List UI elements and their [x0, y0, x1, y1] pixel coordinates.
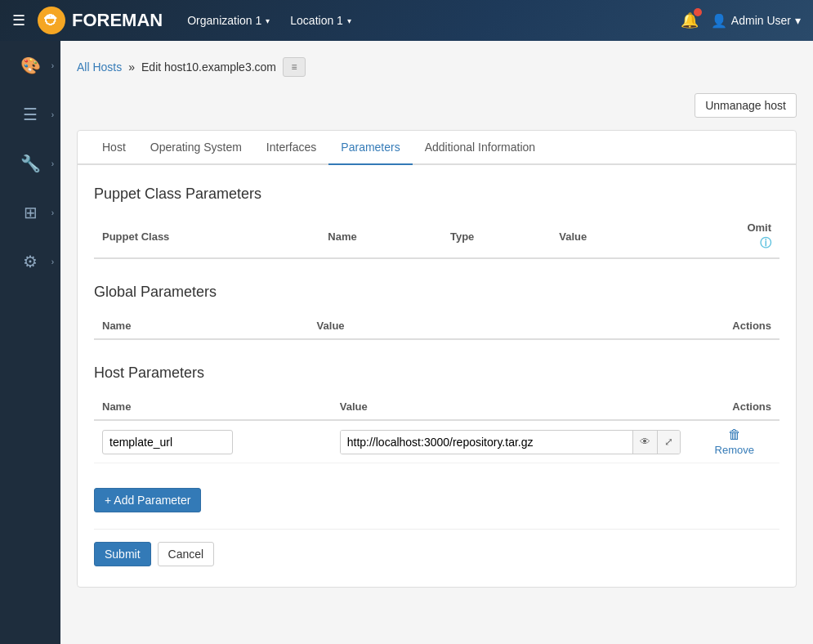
all-hosts-link[interactable]: All Hosts — [77, 60, 122, 74]
cancel-button[interactable]: Cancel — [158, 542, 215, 566]
breadcrumb-menu-icon[interactable]: ≡ — [283, 57, 306, 77]
expand-arrow-icon: › — [51, 257, 54, 266]
location-dropdown[interactable]: Location 1 ▾ — [282, 10, 360, 31]
col-name: Name — [319, 215, 442, 258]
main-content: All Hosts » Edit host10.example3.com ≡ U… — [60, 41, 813, 644]
menu-lines-icon: ≡ — [292, 61, 297, 73]
global-col-name: Name — [94, 313, 309, 339]
sidebar-item-infra[interactable]: ⊞ › — [0, 188, 60, 237]
param-expand-value-button[interactable]: ⤢ — [657, 431, 680, 454]
expand-arrow-icon: › — [51, 159, 54, 168]
host-params-table: Name Value Actions — [94, 394, 779, 463]
sidebar: 🎨 › ☰ › 🔧 › ⊞ › ⚙ › — [0, 41, 60, 644]
puppet-class-params-table: Puppet Class Name Type Value Omit ⓘ — [94, 215, 779, 259]
puppet-class-params-title: Puppet Class Parameters — [94, 186, 779, 203]
user-icon: 👤 — [711, 13, 727, 29]
edit-host-panel: Host Operating System Interfaces Paramet… — [77, 130, 797, 588]
wrench-icon: 🔧 — [20, 154, 41, 173]
host-col-actions: Actions — [689, 394, 779, 420]
form-actions: Submit Cancel — [94, 529, 779, 566]
add-parameter-button[interactable]: + Add Parameter — [94, 488, 201, 512]
host-col-value: Value — [332, 394, 690, 420]
location-label: Location 1 — [290, 14, 343, 27]
top-navbar: ☰ ⛑ FOREMAN Organization 1 ▾ Location 1 … — [0, 0, 813, 41]
global-params-table: Name Value Actions — [94, 313, 779, 340]
sidebar-item-settings[interactable]: ⚙ › — [0, 237, 60, 286]
navbar-nav: Organization 1 ▾ Location 1 ▾ — [179, 10, 360, 31]
tab-interfaces[interactable]: Interfaces — [254, 131, 328, 165]
tab-additional-information[interactable]: Additional Information — [413, 131, 547, 165]
tab-operating-system[interactable]: Operating System — [138, 131, 254, 165]
logo-icon: ⛑ — [38, 7, 65, 34]
table-row: 👁 ⤢ 🗑 Remove — [94, 420, 779, 463]
breadcrumb: All Hosts » Edit host10.example3.com ≡ — [77, 57, 797, 77]
omit-info-icon[interactable]: ⓘ — [760, 236, 771, 251]
sidebar-item-list[interactable]: ☰ › — [0, 90, 60, 139]
global-params-title: Global Parameters — [94, 284, 779, 301]
user-label: Admin User — [731, 14, 791, 27]
col-omit: Omit ⓘ — [670, 215, 779, 258]
breadcrumb-current: Edit host10.example3.com — [141, 60, 276, 74]
list-icon: ☰ — [23, 105, 38, 124]
global-col-actions: Actions — [517, 313, 779, 339]
expand-arrow-icon: › — [51, 61, 54, 70]
settings-icon: ⚙ — [23, 252, 38, 271]
param-value-input[interactable] — [341, 431, 633, 454]
breadcrumb-separator: » — [128, 60, 135, 74]
param-name-cell — [94, 420, 332, 463]
monitor-icon: 🎨 — [20, 56, 41, 75]
tabs-bar: Host Operating System Interfaces Paramet… — [78, 131, 796, 165]
brand-name: FOREMAN — [72, 10, 163, 31]
sidebar-item-configure[interactable]: 🔧 › — [0, 139, 60, 188]
org-label: Organization 1 — [187, 14, 261, 27]
page-actions: Unmanage host — [77, 93, 797, 118]
remove-action: 🗑 Remove — [697, 427, 771, 456]
col-value: Value — [551, 215, 670, 258]
eye-icon: 👁 — [640, 436, 650, 448]
user-menu[interactable]: 👤 Admin User ▾ — [711, 13, 801, 29]
brand-logo[interactable]: ⛑ FOREMAN — [38, 7, 163, 34]
org-dropdown[interactable]: Organization 1 ▾ — [179, 10, 278, 31]
tab-content-parameters: Puppet Class Parameters Puppet Class Nam… — [78, 165, 796, 587]
expand-arrow-icon: › — [51, 110, 54, 119]
col-puppet-class: Puppet Class — [94, 215, 319, 258]
location-chevron-icon: ▾ — [347, 16, 351, 25]
unmanage-host-button[interactable]: Unmanage host — [695, 93, 797, 118]
expand-arrow-icon: › — [51, 208, 54, 217]
tab-parameters[interactable]: Parameters — [328, 131, 412, 165]
sidebar-item-monitor[interactable]: 🎨 › — [0, 41, 60, 90]
org-chevron-icon: ▾ — [266, 16, 270, 25]
col-type: Type — [442, 215, 551, 258]
expand-icon: ⤢ — [664, 436, 673, 448]
submit-button[interactable]: Submit — [94, 542, 151, 566]
param-value-wrapper: 👁 ⤢ — [340, 430, 681, 454]
navbar-right: 🔔 👤 Admin User ▾ — [681, 11, 801, 29]
hamburger-menu[interactable]: ☰ — [12, 11, 25, 29]
param-actions-cell: 🗑 Remove — [689, 420, 779, 463]
notification-badge — [694, 8, 702, 16]
param-name-input[interactable] — [102, 430, 233, 454]
host-col-name: Name — [94, 394, 332, 420]
grid-icon: ⊞ — [24, 203, 38, 222]
remove-trash-icon[interactable]: 🗑 — [728, 427, 741, 442]
global-col-value: Value — [309, 313, 518, 339]
tab-host[interactable]: Host — [90, 131, 138, 165]
remove-label[interactable]: Remove — [715, 444, 754, 456]
host-params-title: Host Parameters — [94, 364, 779, 382]
param-value-cell: 👁 ⤢ — [332, 420, 690, 463]
param-hide-value-button[interactable]: 👁 — [632, 431, 657, 454]
user-chevron-icon: ▾ — [795, 14, 801, 27]
notifications-bell[interactable]: 🔔 — [681, 11, 699, 29]
